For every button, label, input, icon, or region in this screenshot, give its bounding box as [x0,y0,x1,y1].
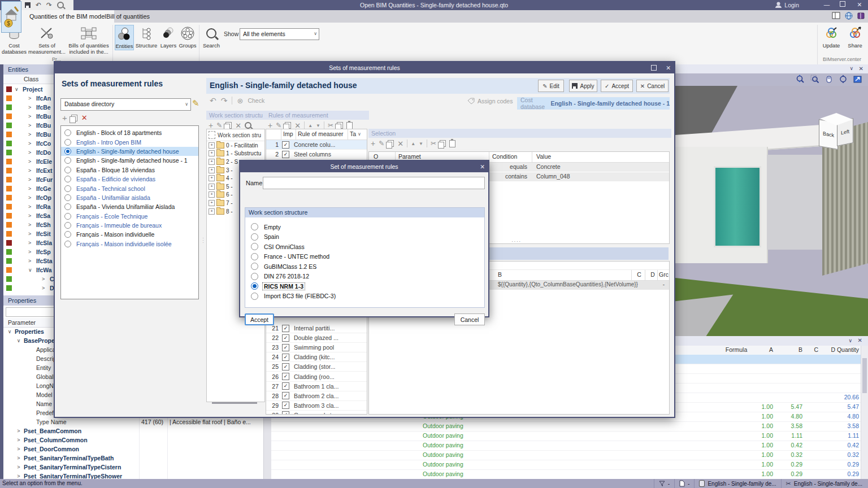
rule-row[interactable]: 25 ✓ Cladding (stor... [266,362,367,372]
radio-icon[interactable] [64,213,71,220]
filter-status[interactable]: - [654,479,674,488]
list-resize-dots[interactable]: ··· [201,237,206,244]
expand-chevron[interactable]: > [16,473,21,479]
expand-plus-icon[interactable]: + [209,142,215,149]
work-section-node[interactable]: + 1 - Substructu [207,150,264,158]
rule-column-header[interactable]: Rule of measurer [298,130,344,137]
expand-chevron[interactable]: > [28,141,34,146]
edit-button[interactable]: ✎Edit [538,80,564,92]
pan-hand-icon[interactable] [825,75,833,85]
structure-option[interactable]: GuBIMClass 1.2 ES [245,262,484,272]
class-column-header[interactable]: Class [24,76,38,82]
expand-chevron[interactable]: ∨ [7,329,12,334]
radio-icon[interactable] [64,157,71,164]
delete-icon[interactable]: ✕ [397,140,403,148]
b-column-header[interactable]: B [774,346,802,353]
radio-icon[interactable] [64,203,71,210]
radio-icon[interactable] [64,222,71,229]
panel-chevron-icon[interactable]: ∨ [849,66,853,71]
navigation-cube[interactable]: Back Left [819,113,855,158]
close-icon[interactable]: ✕ [666,62,671,73]
rule-row[interactable]: 21 ✓ Internal partiti... [266,324,367,333]
panel-close-icon[interactable]: ✕ [858,337,862,343]
duplicate-icon[interactable] [285,122,291,129]
value-column-header[interactable]: Value [536,153,551,160]
measurement-set-option[interactable]: English - Intro Open BIM [61,137,198,146]
expand-chevron[interactable]: > [28,114,34,119]
scrollbar-thumb[interactable] [862,358,867,393]
expand-plus-icon[interactable]: + [209,167,215,173]
measurement-set-option[interactable]: Français - Maison individuelle [61,230,198,239]
close-icon[interactable]: ✕ [480,161,485,172]
quantity-row[interactable]: Outdoor paving 1.00 3.58 3.58 [271,422,861,432]
expand-chevron[interactable]: > [42,276,47,282]
move-up-icon[interactable]: ▲ [411,141,415,146]
database-directory-dropdown[interactable]: Database directory∨ [60,98,191,111]
work-section-node[interactable]: + 0 - Facilitatin [207,141,264,150]
edit-pencil-icon[interactable]: ✎ [379,140,384,147]
expand-plus-icon[interactable]: + [209,200,215,206]
3d-scene[interactable]: Back Left [675,86,868,336]
measurement-rules-status[interactable]: ✂ English - Single-family de... [781,479,867,488]
layout-icon[interactable] [832,12,841,21]
radio-icon[interactable] [64,129,71,136]
rule-row[interactable]: 29 ✓ Bathroom 3 cla... [266,401,367,411]
expand-chevron[interactable]: > [28,204,34,210]
imported-checkbox[interactable]: ✓ [282,334,289,342]
operator-column-header[interactable]: O [374,153,378,160]
expand-chevron[interactable]: > [28,177,34,182]
restore-icon[interactable] [651,65,657,71]
radio-icon[interactable] [64,176,71,182]
redo-icon[interactable]: ↷ [221,96,228,105]
document-status[interactable]: - [674,479,694,488]
quantity-column-header[interactable]: Quantity [828,346,859,353]
radio-icon[interactable] [251,243,258,250]
measurement-set-option[interactable]: España - Edificio de viviendas [61,175,198,184]
layers-button[interactable]: Layers [160,25,177,49]
quantity-row[interactable]: Outdoor paving 1.00 0.29 0.29 [271,470,861,479]
measurement-set-option[interactable]: España - Technical school [61,184,198,193]
quantity-row[interactable]: Outdoor paving 1.00 0.32 0.32 [271,451,861,460]
cut-icon[interactable]: ✂ [328,121,333,129]
add-icon[interactable]: + [62,113,67,123]
undo-icon[interactable]: ↶ [210,96,216,105]
expand-chevron[interactable]: > [28,150,34,155]
edit-pencil-icon[interactable]: ✎ [192,98,199,108]
property-row[interactable]: > Pset_SanitaryTerminalTypeShower [3,472,267,479]
expand-chevron[interactable]: > [28,123,34,128]
quantity-row[interactable]: Outdoor paving 1.00 0.42 0.42 [271,441,861,451]
sets-of-measurement-button[interactable]: Sets of measurement... [28,25,66,55]
expand-chevron[interactable]: ∨ [15,86,20,92]
quantity-row[interactable]: Outdoor paving 1.00 0.29 0.29 [271,460,861,470]
radio-icon[interactable] [251,223,258,230]
imported-checkbox[interactable]: ✓ [282,392,289,399]
measurement-set-option[interactable]: España - Vivienda Unifamiliar Aislada [61,202,198,211]
delete-icon[interactable]: ✕ [81,114,88,122]
edit-pencil-icon[interactable]: ✎ [216,121,222,129]
expand-chevron[interactable]: > [16,437,21,443]
groups-button[interactable]: Groups [178,25,197,49]
accept-button[interactable]: ✓Accept [601,80,633,92]
expand-chevron[interactable]: > [28,195,34,201]
c-column-header[interactable]: C [804,346,818,353]
expand-chevron[interactable]: > [28,132,34,137]
imported-checkbox[interactable]: ✓ [282,344,289,351]
structure-option[interactable]: DIN 276 2018-12 [245,272,484,282]
radio-icon[interactable] [64,167,71,173]
save-icon[interactable] [25,2,31,8]
update-button[interactable]: Update [819,25,843,49]
expand-chevron[interactable]: > [28,258,34,264]
radio-icon[interactable] [64,231,71,238]
close-button[interactable]: ✕ [856,1,863,8]
expand-chevron[interactable]: > [28,104,34,110]
parameter-column-header[interactable]: Paramet [398,153,421,160]
expand-chevron[interactable]: > [16,464,21,470]
parameter-column-header[interactable]: Parameter [8,319,36,326]
expand-plus-icon[interactable]: + [209,175,215,181]
property-row[interactable]: > Pset_BeamCommon [3,426,267,435]
imported-checkbox[interactable]: ✓ [282,411,289,415]
b-column-header[interactable]: B [498,271,502,278]
cancel-button[interactable]: Cancel [454,313,485,325]
app-logo[interactable]: $ [1,1,21,33]
duplicate-icon[interactable] [388,140,394,147]
